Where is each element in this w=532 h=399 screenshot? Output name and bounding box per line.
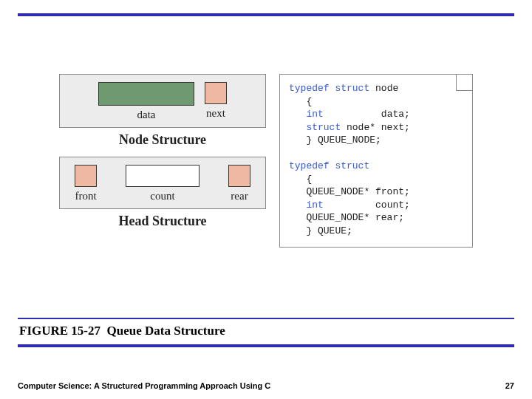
node-data-field: data [98, 82, 194, 121]
structure-diagrams: data next Node Structure front count [59, 74, 266, 248]
count-label: count [150, 190, 174, 202]
data-box [98, 82, 194, 106]
code-text: count; [324, 200, 410, 211]
head-structure-box: front count rear [59, 157, 266, 209]
code-column: typedef struct node { int data; struct n… [279, 74, 473, 248]
code-kw: struct [289, 122, 347, 133]
node-next-field: next [205, 82, 227, 120]
next-label: next [206, 107, 225, 120]
rear-box [228, 165, 250, 187]
front-label: front [75, 190, 96, 202]
code-text: { [289, 174, 312, 185]
code-kw: typedef struct [289, 83, 375, 94]
code-text: } QUEUE_NODE; [289, 134, 381, 146]
figure-content: data next Node Structure front count [59, 74, 488, 248]
code-text: node [375, 83, 398, 94]
code-text: node* next; [347, 122, 410, 133]
front-box [75, 165, 97, 187]
caption-rule-bottom [18, 344, 514, 347]
count-box [126, 165, 200, 187]
page-fold-icon [456, 75, 472, 91]
code-kw: typedef struct [289, 160, 369, 171]
code-text: { [289, 96, 312, 107]
figure-number: FIGURE 15-27 [19, 324, 100, 338]
node-structure-box: data next [59, 74, 266, 128]
figure-title: Queue Data Structure [107, 324, 225, 338]
data-label: data [137, 109, 156, 121]
code-text: QUEUE_NODE* front; [289, 186, 410, 197]
rear-label: rear [231, 190, 248, 202]
next-box [205, 82, 227, 104]
head-count-field: count [126, 165, 200, 202]
head-front-field: front [75, 165, 97, 202]
code-kw: int [289, 109, 324, 120]
book-title: Computer Science: A Structured Programmi… [18, 381, 270, 390]
code-text: } QUEUE; [289, 225, 352, 236]
code-listing: typedef struct node { int data; struct n… [279, 74, 473, 248]
code-text: QUEUE_NODE* rear; [289, 212, 404, 223]
code-text: data; [324, 109, 410, 120]
page-number: 27 [505, 381, 514, 390]
caption-rule-top [18, 318, 514, 319]
page-footer: Computer Science: A Structured Programmi… [18, 381, 514, 390]
top-rule [18, 13, 514, 16]
node-structure-title: Node Structure [59, 132, 266, 148]
figure-caption: FIGURE 15-27 Queue Data Structure [19, 324, 225, 338]
code-kw: int [289, 200, 324, 211]
head-structure-title: Head Structure [59, 214, 266, 229]
head-rear-field: rear [228, 165, 250, 202]
